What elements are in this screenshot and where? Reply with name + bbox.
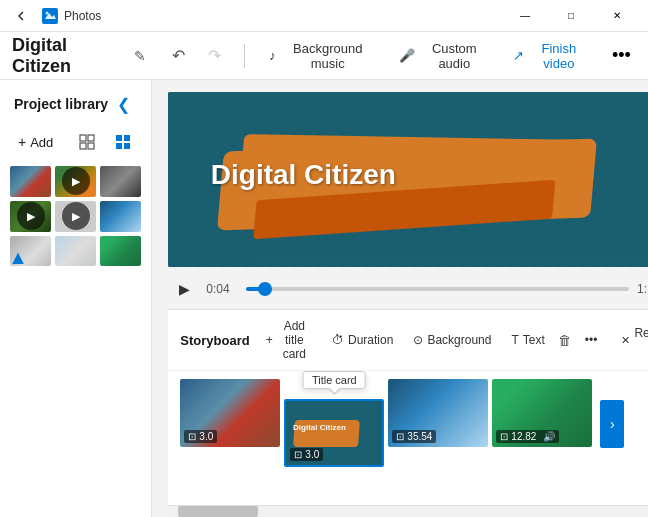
maximize-button[interactable]: □	[548, 0, 594, 32]
media-thumb-1[interactable]	[10, 166, 51, 197]
clip2-label: ⊡ 35.54	[392, 430, 436, 443]
clip1-duration: 3.0	[199, 431, 213, 442]
storyboard-item-1[interactable]: ⊡ 3.0	[180, 379, 280, 447]
storyboard-title: Storyboard	[180, 333, 249, 348]
play-icon-5: ▶	[62, 202, 90, 230]
close-button[interactable]: ✕	[594, 0, 640, 32]
audio-icon: 🎤	[399, 48, 415, 63]
media-thumb-3[interactable]	[100, 166, 141, 197]
list-view-button[interactable]	[109, 128, 137, 156]
media-thumb-2[interactable]: ▶	[55, 166, 96, 197]
background-icon: ⊙	[413, 333, 423, 347]
finish-video-label: Finish video	[529, 41, 589, 71]
svg-rect-9	[124, 143, 130, 149]
delete-button[interactable]: 🗑	[557, 326, 573, 354]
title-card-tooltip: Title card	[303, 371, 366, 389]
app-header: Digital Citizen ✎ ↶ ↷ ♪ Background music…	[0, 32, 648, 80]
add-title-card-label: Add title card	[277, 319, 312, 361]
grid-icon	[79, 134, 95, 150]
video-icon-title: ⊡	[294, 449, 302, 460]
main-area: Project library ❮ + Add	[0, 80, 648, 517]
playback-bar: ▶ 0:04 1:18 ⤢	[168, 267, 648, 309]
text-label: Text	[523, 333, 545, 347]
video-icon-3: ⊡	[500, 431, 508, 442]
media-thumb-4[interactable]: ▶	[10, 201, 51, 232]
storyboard-items: ⊡ 3.0 Title card Digital Citizen	[168, 371, 648, 517]
storyboard-item-title-card[interactable]: Title card Digital Citizen ⊡ 3.0	[284, 399, 384, 467]
panel-toolbar: + Add	[0, 124, 151, 162]
panel-title: Project library	[14, 96, 108, 112]
app-icon	[42, 8, 58, 24]
next-arrow-button[interactable]: ›	[600, 400, 624, 448]
text-button[interactable]: T Text	[503, 330, 552, 350]
storyboard-thumb-2: ⊡ 35.54	[388, 379, 488, 447]
text-icon: T	[511, 333, 518, 347]
media-thumb-7[interactable]	[10, 236, 51, 267]
collapse-panel-button[interactable]: ❮	[109, 90, 137, 118]
clock-icon: ⏱	[332, 333, 344, 347]
plus-icon: +	[18, 134, 26, 150]
total-time: 1:18	[637, 282, 648, 296]
finish-video-button[interactable]: ↗ Finish video	[503, 36, 599, 76]
undo-button[interactable]: ↶	[162, 40, 194, 72]
nav-buttons: ↶ ↷	[162, 40, 230, 72]
seek-bar[interactable]	[246, 287, 629, 291]
background-button[interactable]: ⊙ Background	[405, 330, 499, 350]
storyboard-thumb-1: ⊡ 3.0	[180, 379, 280, 447]
svg-rect-3	[88, 135, 94, 141]
preview-background: Digital Citizen	[168, 92, 648, 267]
svg-rect-2	[80, 135, 86, 141]
storyboard-thumb-3: ⊡ 12.82 🔊	[492, 379, 592, 447]
svg-rect-6	[116, 135, 122, 141]
add-title-card-button[interactable]: + Add title card	[258, 316, 320, 364]
custom-audio-button[interactable]: 🎤 Custom audio	[389, 36, 499, 76]
media-thumb-8[interactable]	[55, 236, 96, 267]
remove-all-button[interactable]: ✕ Remove all	[613, 323, 648, 357]
redo-button[interactable]: ↷	[198, 40, 230, 72]
storyboard-more-button[interactable]: •••	[577, 330, 606, 350]
plus-icon-sb: +	[266, 333, 273, 347]
media-thumb-6[interactable]	[100, 201, 141, 232]
background-music-label: Background music	[281, 41, 375, 71]
media-thumb-9[interactable]	[100, 236, 141, 267]
header-divider	[244, 44, 245, 68]
duration-button[interactable]: ⏱ Duration	[324, 330, 401, 350]
minimize-button[interactable]: —	[502, 0, 548, 32]
remove-all-label: Remove all	[634, 326, 648, 354]
storyboard-header: Storyboard + Add title card ⏱ Duration ⊙…	[168, 310, 648, 371]
preview-title-text: Digital Citizen	[211, 159, 396, 191]
back-button[interactable]	[8, 2, 36, 30]
more-button[interactable]: •••	[607, 40, 636, 72]
svg-point-1	[46, 11, 49, 14]
background-music-button[interactable]: ♪ Background music	[259, 36, 384, 76]
list-icon	[115, 134, 131, 150]
header-actions: ♪ Background music 🎤 Custom audio ↗ Fini…	[259, 36, 599, 76]
titlebar-app-name: Photos	[64, 9, 283, 23]
svg-rect-4	[80, 143, 86, 149]
svg-rect-7	[124, 135, 130, 141]
window-controls: — □ ✕	[502, 0, 640, 32]
play-icon-2: ▶	[62, 167, 90, 195]
background-label: Background	[427, 333, 491, 347]
clip3-duration: 12.82	[511, 431, 536, 442]
grid-view-button[interactable]	[73, 128, 101, 156]
triangle-icon	[12, 252, 24, 264]
add-label: Add	[30, 135, 53, 150]
panel-header: Project library ❮	[0, 80, 151, 124]
edit-icon[interactable]: ✎	[134, 48, 146, 64]
clip3-label: ⊡ 12.82 🔊	[496, 430, 559, 443]
storyboard-item-2[interactable]: ⊡ 35.54	[388, 379, 488, 447]
video-icon-1: ⊡	[188, 431, 196, 442]
right-panel: Digital Citizen ▶ 0:04 1:18 ⤢ Storyboard…	[152, 80, 648, 517]
title-duration: 3.0	[305, 449, 319, 460]
storyboard-thumb-title: Digital Citizen ⊡ 3.0	[284, 399, 384, 467]
title-bar: Photos — □ ✕	[0, 0, 648, 32]
media-thumb-5[interactable]: ▶	[55, 201, 96, 232]
mini-title-text: Digital Citizen	[293, 423, 346, 432]
add-media-button[interactable]: + Add	[14, 132, 57, 152]
current-time: 0:04	[206, 282, 238, 296]
seek-thumb[interactable]	[258, 282, 272, 296]
project-title: Digital Citizen	[12, 35, 120, 77]
storyboard-item-3[interactable]: ⊡ 12.82 🔊	[492, 379, 592, 447]
play-button[interactable]: ▶	[170, 275, 198, 303]
